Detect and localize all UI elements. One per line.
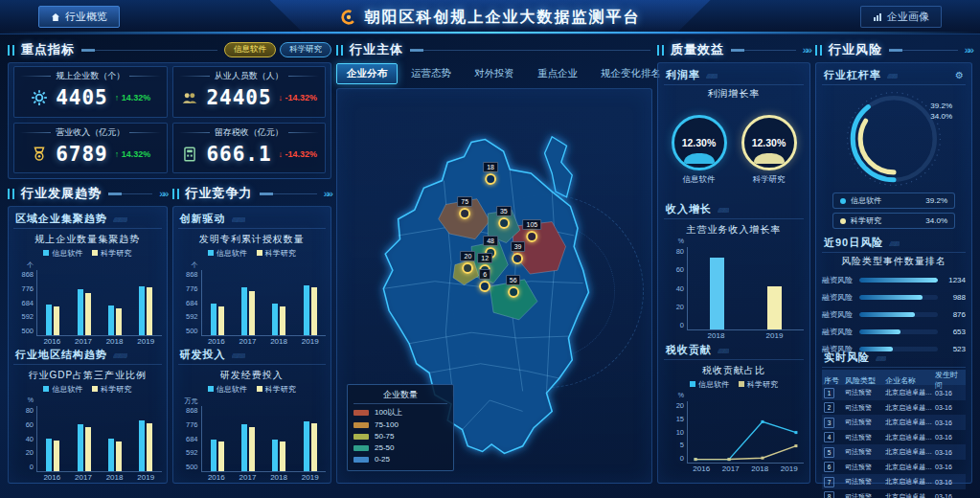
y-axis-ticks: 806040200 bbox=[26, 406, 34, 471]
map-marker[interactable]: 56 bbox=[506, 275, 521, 298]
innovation-section: 创新驱动 //////////// 发明专利累计授权数量信息软件科学研究个868… bbox=[178, 209, 327, 345]
legend-item-信息软件: 信息软件 bbox=[208, 248, 247, 259]
table-header-cell: 企业名称 bbox=[885, 375, 933, 386]
expand-arrow-icon[interactable]: »» bbox=[803, 44, 810, 56]
map-marker[interactable]: 6 bbox=[479, 269, 490, 292]
bar-group-2018 bbox=[108, 439, 122, 471]
hatch-decoration: ///////// bbox=[889, 239, 900, 248]
nav-enterprise-profile[interactable]: 企业画像 bbox=[860, 6, 942, 28]
stat-card-row: 6789↑ 14.32% bbox=[20, 139, 161, 170]
table-row[interactable]: 2司法预警北京启迪卓越科技有限公司03-16 bbox=[822, 400, 966, 416]
map-marker[interactable]: 35 bbox=[496, 206, 512, 229]
y-tick: 60 bbox=[676, 265, 684, 274]
row-time: 03-16 bbox=[935, 479, 964, 486]
marker-value: 18 bbox=[483, 162, 498, 172]
category-pills: 信息软件科学研究 bbox=[224, 42, 331, 57]
quality-header: 质量效益 »» bbox=[657, 40, 810, 59]
main-panel-header: 行业主体 bbox=[336, 40, 652, 59]
realtime-sub-head: 实时风险 ///////// bbox=[822, 348, 966, 368]
filter-pill-信息软件[interactable]: 信息软件 bbox=[224, 42, 276, 57]
expand-arrow-icon[interactable]: »» bbox=[324, 188, 331, 199]
cluster-trend-chart: 规上企业数量集聚趋势信息软件科学研究个868776684592500201620… bbox=[13, 229, 162, 345]
table-row[interactable]: 1司法预警北京启迪卓越科技有限公司03-16 bbox=[822, 385, 966, 400]
bar-group-2018 bbox=[108, 306, 122, 335]
gauge-circle: 12.30% bbox=[741, 115, 797, 170]
marker-value: 75 bbox=[457, 196, 472, 207]
row-company: 北京启迪卓越科技有限公司 bbox=[885, 403, 933, 413]
table-row[interactable]: 3司法预警北京启迪卓越科技有限公司03-16 bbox=[822, 415, 966, 430]
bar bbox=[54, 306, 59, 335]
map-marker[interactable]: 105 bbox=[523, 219, 542, 242]
sub-title: 区域企业集聚趋势 bbox=[15, 212, 107, 226]
map-legend-item: 50-75 bbox=[353, 432, 447, 441]
chart-body: 个868776684592500 bbox=[178, 260, 327, 336]
stat-card-label: 规上企业数（个） bbox=[20, 70, 161, 82]
y-tick: 20 bbox=[676, 303, 684, 311]
bar-group-2017 bbox=[241, 424, 255, 471]
tab-企业分布[interactable]: 企业分布 bbox=[336, 63, 398, 84]
row-company: 北京启迪卓越科技有限公司 bbox=[885, 447, 933, 457]
nav-industry-overview[interactable]: 行业概览 bbox=[38, 6, 120, 28]
stat-card-row: 24405↓ -14.32% bbox=[179, 82, 320, 114]
competitiveness-header: 行业竞争力 »» bbox=[172, 184, 332, 203]
hatch-decoration: ////////// bbox=[718, 206, 729, 215]
page-title: 朝阳区科创规上企业大数据监测平台 bbox=[365, 8, 641, 28]
chart-legend: 信息软件科学研究 bbox=[664, 379, 804, 390]
risk-bar-value: 1234 bbox=[943, 276, 966, 284]
top-header: 行业概览 朝阳区科创规上企业大数据监测平台 企业画像 bbox=[0, 0, 980, 34]
plot-area bbox=[36, 270, 162, 336]
tab-重点企业[interactable]: 重点企业 bbox=[528, 64, 587, 83]
x-tick: 2017 bbox=[75, 473, 92, 482]
table-row[interactable]: 6司法预警北京启迪卓越科技有限公司03-16 bbox=[822, 460, 966, 475]
tab-运营态势[interactable]: 运营态势 bbox=[401, 64, 461, 83]
map-legend-item: 100以上 bbox=[353, 407, 447, 418]
bar bbox=[304, 285, 309, 335]
bar bbox=[78, 424, 83, 471]
row-time: 03-16 bbox=[935, 493, 964, 498]
marker-pin-icon bbox=[462, 262, 473, 274]
row-risk-type: 司法预警 bbox=[845, 463, 883, 472]
x-tick: 2016 bbox=[208, 473, 225, 482]
sub-title: 行业杠杆率 bbox=[824, 68, 881, 82]
leverage-legend: 信息软件39.2%科学研究34.0% bbox=[822, 192, 966, 233]
risk-bar-label: 融资风险 bbox=[822, 275, 855, 285]
stat-card-value: 6789 bbox=[56, 143, 108, 166]
map-marker[interactable]: 18 bbox=[483, 162, 498, 185]
table-row[interactable]: 7司法预警北京启迪卓越科技有限公司03-16 bbox=[822, 474, 966, 489]
row-number: 2 bbox=[824, 402, 834, 413]
section-bars-icon bbox=[172, 189, 181, 199]
map-marker[interactable]: 20 bbox=[461, 251, 476, 274]
sub-title: 行业地区结构趋势 bbox=[15, 348, 107, 362]
chart-body: %20151050 bbox=[664, 392, 804, 464]
y-tick: 592 bbox=[186, 312, 198, 321]
map-marker[interactable]: 75 bbox=[457, 196, 472, 219]
risk-bar-fill bbox=[859, 329, 900, 334]
chart-legend: 信息软件科学研究 bbox=[178, 384, 327, 395]
table-header-cell: 序号 bbox=[824, 375, 843, 386]
risk-bar-row: 融资风险653 bbox=[822, 323, 966, 340]
trend-header: 行业发展趋势 »» bbox=[8, 184, 168, 203]
stat-card: 营业收入（亿元）6789↑ 14.32% bbox=[13, 123, 168, 174]
map-marker[interactable]: 39 bbox=[511, 241, 526, 264]
marker-value: 12 bbox=[477, 253, 492, 263]
bar bbox=[46, 439, 52, 471]
y-tick: 684 bbox=[186, 299, 198, 307]
expand-arrow-icon[interactable]: »» bbox=[965, 44, 972, 56]
x-tick: 2018 bbox=[270, 473, 287, 482]
legend-item-信息软件: 信息软件 bbox=[208, 384, 247, 395]
table-row[interactable]: 5司法预警北京启迪卓越科技有限公司03-16 bbox=[822, 444, 966, 460]
bar bbox=[767, 286, 782, 329]
table-row[interactable]: 4司法预警北京启迪卓越科技有限公司03-16 bbox=[822, 430, 966, 445]
sub-title: 实时风险 bbox=[824, 351, 870, 365]
filter-pill-科学研究[interactable]: 科学研究 bbox=[280, 42, 331, 57]
y-tick: 684 bbox=[186, 435, 198, 443]
map-legend-item: 75-100 bbox=[353, 420, 447, 429]
table-row[interactable]: 8司法预警北京启迪卓越科技有限公司03-16 bbox=[822, 489, 966, 498]
gear-icon[interactable]: ⚙ bbox=[955, 70, 964, 80]
expand-arrow-icon[interactable]: »» bbox=[159, 188, 167, 199]
tab-对外投资[interactable]: 对外投资 bbox=[465, 64, 524, 83]
table-header-cell: 风险类型 bbox=[845, 375, 883, 386]
y-axis-unit: 个 bbox=[27, 260, 34, 270]
risk-bar-track bbox=[859, 312, 938, 317]
row-company: 北京启迪卓越科技有限公司 bbox=[885, 433, 933, 442]
